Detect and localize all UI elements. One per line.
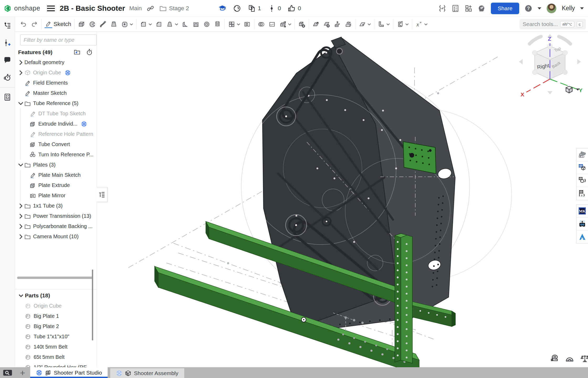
tab-shooter-part-studio[interactable]: Shooter Part Studio	[30, 367, 108, 378]
tool-mirror-button[interactable]	[242, 18, 252, 30]
feature-plate-mirror[interactable]: Plate Mirror	[15, 190, 97, 201]
tool-transform-button[interactable]	[278, 18, 293, 30]
chevron-right-icon[interactable]	[18, 203, 24, 209]
mk-app-button[interactable]: MK	[576, 205, 588, 218]
feature-dt-tube-top-sketch[interactable]: DT Tube Top Sketch	[15, 108, 97, 119]
feature-power-transmission-13[interactable]: Power Transmission (13)	[15, 211, 97, 221]
tool-sketch-button[interactable]: Sketch	[43, 18, 72, 30]
chevron-right-icon[interactable]	[18, 213, 24, 220]
tool-variable-button[interactable]: x+	[414, 18, 429, 30]
chevron-down-icon[interactable]	[18, 100, 24, 107]
tool-plane-button[interactable]	[357, 18, 372, 30]
part-140t-5mm-belt-4[interactable]: 140t 5mm Belt	[15, 342, 97, 352]
filter-input[interactable]	[20, 34, 97, 45]
part-big-plate-1-1[interactable]: Big Plate 1	[15, 311, 97, 321]
workspace-location[interactable]: Stage 2	[169, 5, 189, 12]
tool-sheet-metal-button[interactable]	[376, 18, 391, 30]
versions-panel-button[interactable]	[0, 34, 15, 51]
graphics-area[interactable]: Top Right Back Z Y X	[97, 32, 588, 367]
tool-frame-button[interactable]	[395, 18, 410, 30]
help-icon[interactable]: ?	[524, 4, 532, 12]
protractor-icon[interactable]	[565, 354, 574, 363]
onshape-logo[interactable]: onshape	[0, 4, 40, 12]
chevron-right-icon[interactable]	[18, 233, 24, 240]
feature-1x1-tube-3[interactable]: 1x1 Tube (3)	[15, 201, 97, 211]
public-globe-icon[interactable]	[233, 4, 241, 12]
share-button[interactable]: Share	[491, 3, 519, 14]
user-menu-caret-icon[interactable]	[580, 7, 584, 9]
user-name[interactable]: Kelly	[562, 5, 575, 12]
feature-turn-into-reference-p[interactable]: Turn Into Reference P...	[15, 149, 97, 160]
search-tools[interactable]: Search tools... alt/⌥ c	[519, 19, 586, 29]
copies-stat[interactable]: 1	[248, 4, 261, 12]
feature-tube-convert[interactable]: Tube Convert	[15, 139, 97, 149]
history-panel-button[interactable]	[0, 69, 15, 86]
parts-vertical-scrollbar[interactable]	[92, 270, 93, 340]
part-65t-5mm-belt-5[interactable]: 65t 5mm Belt	[15, 352, 97, 362]
tool-revolve-button[interactable]	[87, 18, 97, 30]
custom-table-cube-button[interactable]	[576, 161, 588, 174]
tool-thicken-button[interactable]	[119, 18, 134, 30]
tool-move-face-button[interactable]	[311, 18, 321, 30]
chevron-down-icon[interactable]	[18, 162, 24, 168]
feature-plate-main-sketch[interactable]: Plate Main Sketch	[15, 170, 97, 180]
sidebar-horizontal-scrollbar[interactable]	[17, 277, 93, 279]
rollback-history-icon[interactable]	[86, 49, 93, 56]
feature-extrude-individ[interactable]: Extrude Individ...	[15, 119, 97, 129]
mass-properties-icon[interactable]	[580, 354, 588, 363]
chevron-right-icon[interactable]	[18, 59, 24, 66]
part-tube-1-x1-x10-3[interactable]: Tube 1"x1"x10"	[15, 332, 97, 342]
feature-camera-mount-10[interactable]: Camera Mount (10)	[15, 231, 97, 242]
tool-rib-button[interactable]	[180, 18, 190, 30]
tool-thread-button[interactable]	[212, 18, 223, 30]
parts-header[interactable]: Parts (18)	[15, 290, 97, 301]
part-origin-cube-0[interactable]: Origin Cube	[15, 301, 97, 311]
help-caret-icon[interactable]	[538, 7, 541, 9]
tool-draft-button[interactable]	[165, 18, 180, 30]
link-icon[interactable]	[146, 4, 154, 12]
tool-fillet-button[interactable]	[138, 18, 153, 30]
tool-undo-button[interactable]	[18, 18, 29, 30]
robot-app-button[interactable]	[576, 218, 588, 230]
versions-stat[interactable]: 0	[268, 4, 281, 12]
part-big-plate-2-2[interactable]: Big Plate 2	[15, 321, 97, 332]
tool-sweep-button[interactable]	[98, 18, 108, 30]
tool-push-face-button[interactable]	[332, 18, 343, 30]
tape-measure-icon[interactable]	[550, 354, 559, 363]
feature-list-panel-button[interactable]	[0, 17, 15, 34]
tool-chamfer-button[interactable]	[154, 18, 164, 30]
insert-tab-button[interactable]: +	[15, 367, 30, 378]
tool-delete-face-button[interactable]	[322, 18, 332, 30]
applications-icon[interactable]	[465, 4, 472, 12]
tool-boolean-button[interactable]	[256, 18, 266, 30]
main-menu-button[interactable]	[47, 4, 55, 12]
tool-redo-button[interactable]	[29, 18, 39, 30]
tool-delete-part-button[interactable]	[297, 18, 307, 30]
learning-center-icon[interactable]	[218, 4, 226, 12]
feature-polycarbonate-backing[interactable]: Polycarbonate Backing ...	[15, 221, 97, 231]
appearance-panel-button[interactable]	[576, 148, 588, 161]
search-document-button[interactable]	[0, 367, 15, 378]
ai-advisor-icon[interactable]	[478, 4, 486, 12]
panel-collapse-handle[interactable]	[97, 187, 107, 202]
custom-table-braces-button[interactable]	[576, 174, 588, 187]
tool-extrude-button[interactable]	[76, 18, 87, 30]
tool-split-button[interactable]	[267, 18, 277, 30]
tool-replace-face-button[interactable]	[343, 18, 353, 30]
tool-loft-button[interactable]	[109, 18, 119, 30]
feature-plate-extrude[interactable]: Plate Extrude	[15, 180, 97, 190]
view-mode-button[interactable]	[565, 85, 580, 94]
release-tasks-icon[interactable]	[452, 4, 459, 12]
feature-reference-hole-pattern[interactable]: Reference Hole Pattern	[15, 129, 97, 139]
featurescript-icon[interactable]	[438, 4, 446, 12]
feature-master-sketch[interactable]: Master Sketch	[15, 88, 97, 98]
part-1-2-rounded-hex-re-6[interactable]: 1/2" Rounded Hex (RE...	[15, 362, 97, 367]
feature-tube-reference-5[interactable]: Tube Reference (5)	[15, 98, 97, 108]
feature-default-geometry[interactable]: Default geometry	[15, 57, 97, 68]
feature-field-elements[interactable]: Field Elements	[15, 78, 97, 88]
feature-plates-3[interactable]: Plates (3)	[15, 160, 97, 170]
chevron-right-icon[interactable]	[18, 223, 24, 230]
comments-panel-button[interactable]	[0, 51, 15, 69]
tab-shooter-assembly[interactable]: Shooter Assembly	[110, 368, 184, 378]
tool-hole-button[interactable]	[202, 18, 212, 30]
